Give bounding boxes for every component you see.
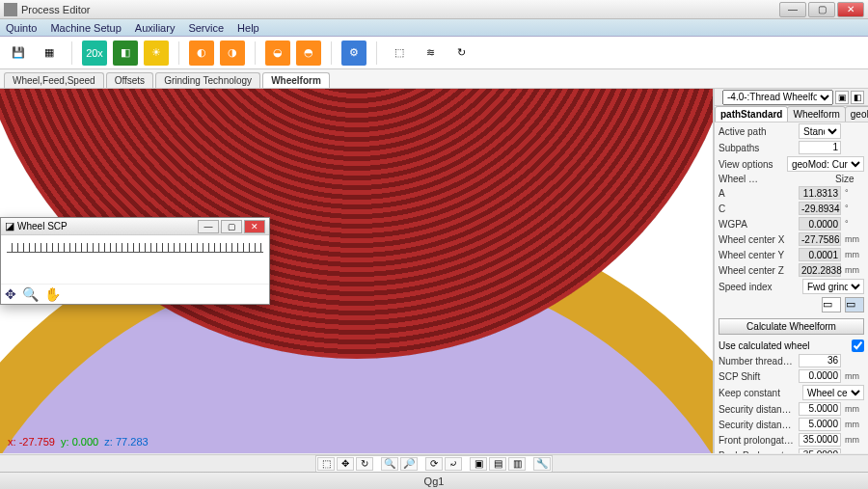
view-refresh-icon[interactable]: ⟳ (425, 457, 443, 471)
context-btn-b[interactable]: ◧ (851, 91, 864, 104)
tool-chart-icon[interactable]: ◧ (113, 41, 138, 66)
wgpa-value: 0.0000 (799, 217, 841, 231)
tool-e-icon[interactable]: ⬚ (387, 41, 412, 66)
active-path-label: Active path (719, 126, 795, 137)
coordinate-readout: x: -27.759 y: 0.000 z: 77.283 (8, 436, 149, 448)
scp-zoom-icon[interactable]: 🔍 (22, 286, 39, 302)
front-input[interactable] (799, 433, 841, 447)
view-zoom-out-icon[interactable]: 🔎 (400, 457, 418, 471)
menu-machine-setup[interactable]: Machine Setup (50, 22, 121, 34)
document-tabs: Wheel,Feed,Speed Offsets Grinding Techno… (0, 69, 868, 89)
sec1-label: Security distance 1 (719, 404, 795, 415)
a-value: 11.8313 (799, 186, 841, 200)
view-rotate2-icon[interactable]: ⤾ (445, 457, 462, 471)
tool-g-icon[interactable]: ↻ (448, 41, 474, 66)
view-options-select[interactable]: geoMod: Current posit… (787, 156, 864, 172)
tool-sun-icon[interactable]: ☀ (144, 41, 169, 66)
view-iso-icon[interactable]: ▥ (508, 457, 526, 471)
view-sep-4 (528, 457, 531, 471)
menu-service[interactable]: Service (188, 22, 224, 34)
back-input[interactable] (799, 448, 841, 453)
menubar: Quinto Machine Setup Auxiliary Service H… (0, 19, 868, 37)
speed-index-select[interactable]: Fwd grinding (802, 279, 864, 294)
wheel-scp-chart (1, 235, 269, 284)
wheel-scp-window[interactable]: ◪ Wheel SCP — ▢ ✕ ✥ 🔍 ✋ (0, 217, 270, 305)
tool-f-icon[interactable]: ≋ (418, 41, 443, 66)
speed-index-label: Speed index (719, 282, 799, 292)
view-zoom-in-icon[interactable]: 🔍 (381, 457, 398, 471)
view-settings-icon[interactable]: 🔧 (533, 457, 551, 471)
keepconst-select[interactable]: Wheel centerY (802, 385, 864, 400)
wheel-scp-toolbar: ✥ 🔍 ✋ (1, 284, 269, 304)
tool-a-icon[interactable]: ◐ (189, 41, 214, 66)
tab-grinding-technology[interactable]: Grinding Technology (155, 72, 260, 88)
minimize-button[interactable]: — (779, 2, 806, 17)
wcy-label: Wheel center Y (719, 250, 795, 260)
view-top-icon[interactable]: ▣ (470, 457, 487, 471)
tab-wheel-feed-speed[interactable]: Wheel,Feed,Speed (4, 72, 104, 88)
tab-wheelform[interactable]: Wheelform (262, 72, 330, 88)
context-btn-a[interactable]: ▣ (835, 91, 849, 104)
tool-20x-icon[interactable]: 20x (82, 41, 107, 66)
side-tab-geomod[interactable]: geoMod (845, 106, 868, 122)
wheel-scp-maximize[interactable]: ▢ (221, 220, 242, 233)
wcx-value: -27.7586 (799, 232, 841, 246)
coord-y: 0.000 (72, 436, 99, 448)
view-front-icon[interactable]: ⬚ (317, 457, 335, 471)
tool-d-icon[interactable]: ◓ (296, 41, 321, 66)
size-label: Size (835, 174, 864, 184)
tab-offsets[interactable]: Offsets (106, 72, 154, 88)
use-calc-checkbox[interactable] (852, 340, 864, 352)
context-dropdown[interactable]: -4.0-:Thread Wheelform (Gap) (722, 90, 833, 105)
scp-hand-icon[interactable]: ✋ (44, 286, 61, 302)
sec1-input[interactable] (799, 402, 841, 416)
side-tab-wheelform[interactable]: Wheelform (787, 106, 845, 122)
menu-help[interactable]: Help (237, 22, 259, 34)
view-move-icon[interactable]: ✥ (337, 457, 354, 471)
scp-move-icon[interactable]: ✥ (5, 286, 16, 302)
sec2-label: Security distance 2 (719, 420, 795, 430)
c-label: C (719, 204, 795, 214)
coord-x: -27.759 (19, 436, 55, 448)
wheel-scp-titlebar[interactable]: ◪ Wheel SCP — ▢ ✕ (1, 218, 269, 235)
subpaths-input[interactable] (799, 141, 841, 154)
property-grid: Active pathStandard Subpaths View option… (715, 122, 868, 453)
tool-b-icon[interactable]: ◑ (220, 41, 245, 66)
util-btn-2[interactable]: ▭ (845, 297, 864, 312)
coord-z: 77.283 (116, 436, 149, 448)
tool-gear-icon[interactable]: ⚙ (341, 41, 366, 66)
wcy-value: 0.0001 (799, 248, 841, 261)
threads-input[interactable] (799, 354, 841, 367)
util-btn-1[interactable]: ▭ (822, 297, 841, 312)
tool-save-icon[interactable]: 💾 (6, 41, 31, 66)
use-calc-label: Use calculated wheel (719, 340, 852, 351)
menu-quinto[interactable]: Quinto (6, 22, 37, 34)
wcz-label: Wheel center Z (719, 265, 795, 276)
tool-table-icon[interactable]: ▦ (37, 41, 62, 66)
scpshift-input[interactable] (799, 369, 841, 383)
scp-waveform (7, 243, 263, 253)
wgpa-label: WGPA (719, 219, 795, 230)
wheel-scp-minimize[interactable]: — (198, 220, 219, 233)
view-rotate-icon[interactable]: ↻ (356, 457, 373, 471)
wheel-scp-close[interactable]: ✕ (244, 220, 265, 233)
active-path-select[interactable]: Standard (799, 123, 841, 139)
view-options-label: View options (719, 159, 783, 170)
menu-auxiliary[interactable]: Auxiliary (135, 22, 176, 34)
a-label: A (719, 188, 795, 199)
tool-c-icon[interactable]: ◒ (265, 41, 290, 66)
status-text: Qg1 (424, 475, 445, 487)
calculate-wheelform-button[interactable]: Calculate Wheelform (719, 318, 864, 335)
side-tabs: pathStandard Wheelform geoMod (715, 106, 868, 122)
statusbar: Qg1 (0, 472, 868, 489)
close-button[interactable]: ✕ (837, 2, 864, 17)
view-sep-2 (420, 457, 423, 471)
side-tab-pathstandard[interactable]: pathStandard (715, 106, 788, 122)
maximize-button[interactable]: ▢ (808, 2, 835, 17)
wcx-label: Wheel center X (719, 234, 795, 245)
main-toolbar: 💾 ▦ 20x ◧ ☀ ◐ ◑ ◒ ◓ ⚙ ⬚ ≋ ↻ (0, 37, 868, 69)
context-bar: -4.0-:Thread Wheelform (Gap) ▣ ◧ (715, 89, 868, 106)
view-side-icon[interactable]: ▤ (489, 457, 506, 471)
sec2-input[interactable] (799, 418, 841, 431)
wheel-scp-icon: ◪ (5, 220, 14, 232)
